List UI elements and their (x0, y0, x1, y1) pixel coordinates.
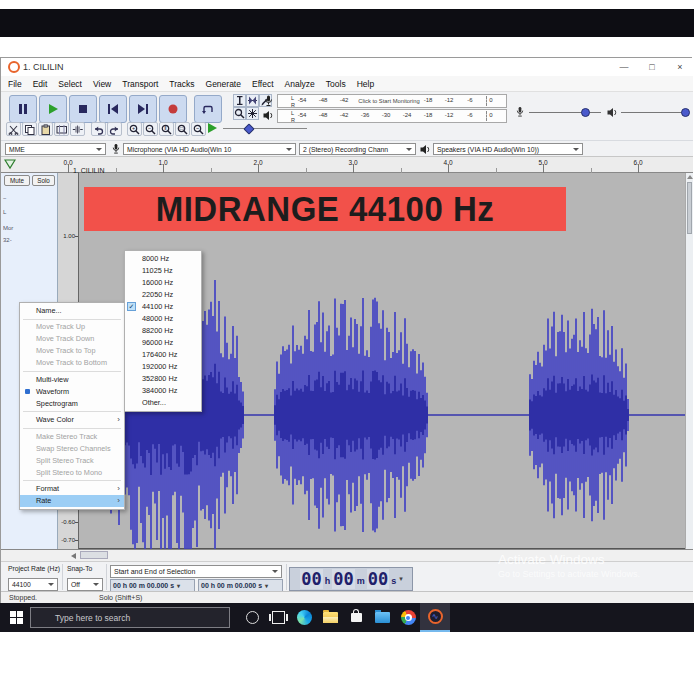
menu-help[interactable]: Help (357, 79, 374, 89)
rate-option-88200-hz[interactable]: 88200 Hz (125, 325, 201, 337)
play-pin-icon[interactable] (4, 159, 16, 170)
vertical-scrollbar[interactable] (685, 173, 693, 549)
context-menu-item-make-stereo-track[interactable]: Make Stereo Track (20, 431, 124, 443)
play-button[interactable] (39, 95, 67, 123)
menu-transport[interactable]: Transport (122, 79, 158, 89)
envelope-tool-button[interactable] (246, 94, 259, 107)
silence-audio-button[interactable] (70, 122, 85, 136)
recording-meter[interactable]: LR-54-48-42-18-12-60Click to Start Monit… (277, 94, 507, 108)
undo-button[interactable] (91, 122, 106, 136)
scroll-left-icon[interactable] (71, 553, 76, 559)
mute-button[interactable]: Mute (4, 175, 30, 186)
cortana-icon[interactable] (238, 603, 266, 632)
close-button[interactable]: × (669, 60, 691, 74)
context-menu-item-move-track-to-top[interactable]: Move Track to Top (20, 345, 124, 357)
context-menu-item-name[interactable]: Name... (20, 305, 124, 317)
maximize-button[interactable]: □ (641, 60, 663, 74)
zoom-tool-button[interactable] (233, 107, 246, 120)
multi-tool-tool-button[interactable] (246, 107, 259, 120)
zoom-toggle-button[interactable]: ~ (191, 122, 206, 136)
audio-host-select[interactable]: MME (5, 143, 106, 155)
menu-analyze[interactable]: Analyze (285, 79, 315, 89)
context-menu-item-multi-view[interactable]: Multi-view (20, 374, 124, 386)
rate-option-192000-hz[interactable]: 192000 Hz (125, 361, 201, 373)
taskbar-search-input[interactable]: Type here to search (30, 607, 230, 628)
play-speed-slider[interactable] (223, 128, 307, 130)
chrome-icon[interactable] (394, 603, 422, 632)
cut-button[interactable] (6, 122, 21, 136)
rate-option-8000-hz[interactable]: 8000 Hz (125, 253, 201, 265)
pause-button[interactable] (9, 95, 37, 123)
redo-button[interactable] (107, 122, 122, 136)
menu-file[interactable]: File (8, 79, 22, 89)
menu-tools[interactable]: Tools (326, 79, 346, 89)
menu-generate[interactable]: Generate (206, 79, 241, 89)
output-device-select[interactable]: Speakers (VIA HD Audio(Win 10)) (433, 143, 583, 155)
file-explorer-icon[interactable] (316, 603, 344, 632)
rate-option-352800-hz[interactable]: 352800 Hz (125, 373, 201, 385)
play-at-speed-button[interactable] (208, 123, 217, 133)
menu-edit[interactable]: Edit (33, 79, 48, 89)
context-menu-item-move-track-up[interactable]: Move Track Up (20, 321, 124, 333)
rate-option-176400-hz[interactable]: 176400 Hz (125, 349, 201, 361)
context-menu-item-split-stereo-to-mono[interactable]: Split Stereo to Mono (20, 467, 124, 479)
task-view-icon[interactable] (264, 603, 292, 632)
copy-button[interactable] (22, 122, 37, 136)
rate-option-11025-hz[interactable]: 11025 Hz (125, 265, 201, 277)
input-channels-select[interactable]: 2 (Stereo) Recording Chann (299, 143, 416, 155)
rate-option-44100-hz[interactable]: 44100 Hz✓ (125, 301, 201, 313)
selection-tool-button[interactable] (233, 94, 246, 107)
minimize-button[interactable]: — (613, 60, 635, 74)
context-menu-item-format[interactable]: Format› (20, 483, 124, 495)
paste-button[interactable] (38, 122, 53, 136)
context-menu-item-swap-stereo-channels[interactable]: Swap Stereo Channels (20, 443, 124, 455)
mic-volume-thumb[interactable] (581, 108, 590, 117)
context-menu-item-move-track-to-bottom[interactable]: Move Track to Bottom (20, 357, 124, 369)
menu-tracks[interactable]: Tracks (169, 79, 194, 89)
selection-range-mode-select[interactable]: Start and End of Selection (110, 565, 282, 578)
audio-position-display[interactable]: 00 h 00 m 00 s ▾ (289, 567, 413, 591)
rate-option-96000-hz[interactable]: 96000 Hz (125, 337, 201, 349)
skip-to-start-button[interactable] (99, 95, 127, 123)
context-menu-item-move-track-down[interactable]: Move Track Down (20, 333, 124, 345)
horizontal-scroll-thumb[interactable] (80, 551, 108, 559)
scroll-up-icon[interactable] (687, 175, 693, 179)
trim-audio-button[interactable] (54, 122, 69, 136)
record-button[interactable] (159, 95, 187, 123)
menu-view[interactable]: View (93, 79, 111, 89)
edge-icon[interactable] (290, 603, 318, 632)
snap-to-select[interactable]: Off (67, 578, 103, 591)
context-menu-item-waveform[interactable]: Waveform (20, 386, 124, 398)
horizontal-scrollbar[interactable] (1, 549, 693, 561)
vertical-scroll-thumb[interactable] (687, 182, 692, 234)
fit-project-button[interactable]: ▭ (175, 122, 190, 136)
rate-option-384000-hz[interactable]: 384000 Hz (125, 385, 201, 397)
mic-volume-slider[interactable] (529, 112, 601, 114)
context-menu-item-rate[interactable]: Rate› (20, 495, 124, 507)
play-speed-thumb[interactable] (243, 123, 254, 134)
rate-option-22050-hz[interactable]: 22050 Hz (125, 289, 201, 301)
audacity-taskbar-icon[interactable]: ∿ (420, 603, 450, 632)
menu-select[interactable]: Select (58, 79, 82, 89)
start-button[interactable] (2, 603, 30, 632)
context-menu-item-split-stereo-track[interactable]: Split Stereo Track (20, 455, 124, 467)
project-rate-select[interactable]: 44100 (8, 578, 58, 591)
speaker-volume-slider[interactable] (621, 112, 687, 114)
speaker-volume-thumb[interactable] (681, 108, 690, 117)
loop-button[interactable] (194, 95, 222, 123)
solo-button[interactable]: Solo (32, 175, 55, 186)
microsoft-store-icon[interactable] (342, 603, 370, 632)
context-menu-item-wave-color[interactable]: Wave Color› (20, 414, 124, 426)
stop-button[interactable] (69, 95, 97, 123)
input-device-select[interactable]: Microphone (VIA HD Audio(Win 10 (123, 143, 296, 155)
skip-to-end-button[interactable] (129, 95, 157, 123)
mail-folder-icon[interactable] (368, 603, 396, 632)
rate-option-16000-hz[interactable]: 16000 Hz (125, 277, 201, 289)
zoom-out-button[interactable]: − (143, 122, 158, 136)
playback-meter[interactable]: LR-54-48-42-36-30-24-18-12-60 (277, 109, 507, 123)
track-area[interactable]: MIDRANGE 44100 Hz 1. CILILIN Mute Solo −… (1, 173, 693, 549)
menu-effect[interactable]: Effect (252, 79, 274, 89)
zoom-in-button[interactable]: + (127, 122, 142, 136)
rate-option-48000-hz[interactable]: 48000 Hz (125, 313, 201, 325)
context-menu-item-spectrogram[interactable]: Spectrogram (20, 398, 124, 410)
